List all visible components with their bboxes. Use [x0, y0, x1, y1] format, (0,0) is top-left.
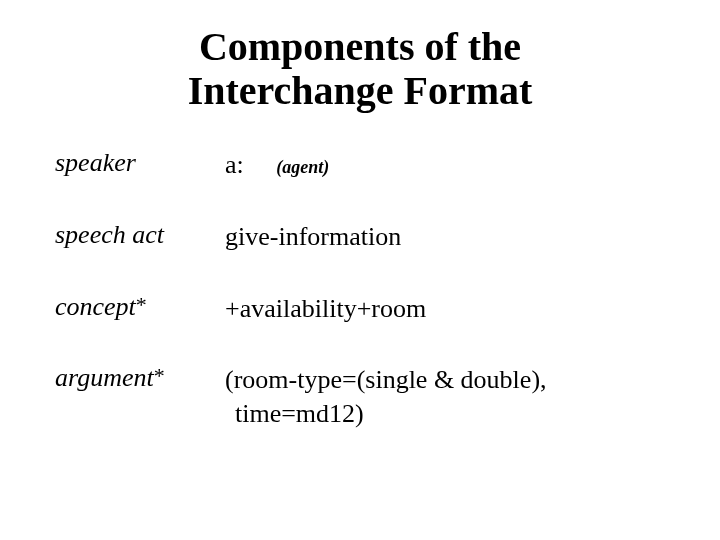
row-speech-act: speech act give-information: [55, 220, 665, 254]
argument-line-2: time=md12): [235, 399, 364, 428]
value-argument: (room-type=(single & double), time=md12): [225, 363, 665, 431]
label-argument-text: argument: [55, 363, 154, 392]
speaker-note: (agent): [276, 157, 329, 177]
title-line-1: Components of the: [199, 24, 521, 69]
row-concept: concept* +availability+room: [55, 292, 665, 326]
row-argument: argument* (room-type=(single & double), …: [55, 363, 665, 431]
value-speaker: a: (agent): [225, 148, 665, 182]
label-speech-act: speech act: [55, 220, 225, 250]
label-speaker: speaker: [55, 148, 225, 178]
label-concept: concept*: [55, 292, 225, 322]
title-line-2: Interchange Format: [188, 68, 533, 113]
slide-title: Components of the Interchange Format: [55, 25, 665, 113]
argument-line-1: (room-type=(single & double),: [225, 365, 547, 394]
speaker-value-text: a:: [225, 150, 244, 179]
label-concept-text: concept: [55, 292, 136, 321]
concept-star: *: [136, 292, 147, 317]
label-argument: argument*: [55, 363, 225, 393]
value-speech-act: give-information: [225, 220, 665, 254]
row-speaker: speaker a: (agent): [55, 148, 665, 182]
argument-star: *: [154, 363, 165, 388]
value-concept: +availability+room: [225, 292, 665, 326]
